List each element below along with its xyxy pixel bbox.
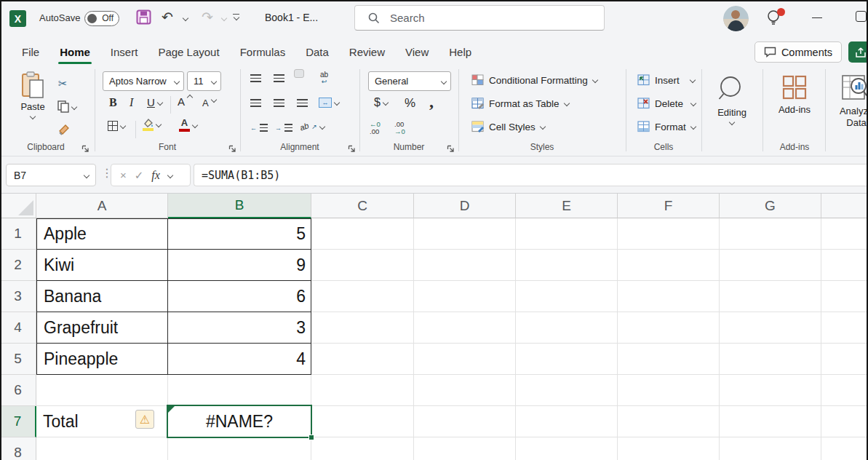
cell-H4[interactable] — [821, 312, 868, 344]
format-painter-button[interactable] — [58, 124, 71, 136]
conditional-formatting-button[interactable]: Conditional Formatting — [471, 74, 597, 86]
dialog-launcher-alignment[interactable] — [348, 143, 356, 151]
dialog-launcher-font[interactable] — [228, 143, 236, 151]
dialog-launcher-number[interactable] — [447, 143, 455, 151]
col-header-B[interactable]: B — [168, 194, 311, 218]
cell-G2[interactable] — [720, 250, 821, 281]
row-header-1[interactable]: 1 — [0, 218, 36, 250]
cell-A6[interactable] — [36, 375, 168, 406]
cell-C7[interactable] — [311, 406, 414, 437]
align-top-button[interactable] — [250, 74, 261, 82]
name-box[interactable]: B7 — [6, 164, 96, 186]
tab-view[interactable]: View — [395, 38, 439, 66]
formula-input[interactable]: =SUMA(B1:B5) — [194, 164, 868, 186]
tab-formulas[interactable]: Formulas — [230, 38, 296, 66]
cell-H8[interactable] — [821, 437, 868, 460]
format-as-table-button[interactable]: Format as Table — [471, 98, 569, 109]
save-button[interactable] — [136, 9, 151, 25]
row-header-2[interactable]: 2 — [0, 250, 36, 281]
col-header-C[interactable]: C — [311, 194, 414, 218]
font-family-select[interactable]: Aptos Narrow — [103, 71, 184, 91]
paste-button[interactable]: Paste — [13, 71, 52, 119]
cell-B5[interactable]: 4 — [168, 344, 311, 375]
copy-button[interactable] — [57, 100, 76, 113]
decrease-font-button[interactable]: A — [202, 98, 216, 108]
chevron-down-icon[interactable] — [334, 100, 340, 106]
maximize-button[interactable] — [856, 11, 867, 22]
chevron-down-icon[interactable] — [71, 103, 77, 109]
cell-F3[interactable] — [618, 281, 720, 312]
autosave-toggle[interactable]: Off — [84, 11, 119, 26]
cell-F7[interactable] — [618, 406, 720, 437]
cell-A2[interactable]: Kiwi — [36, 250, 168, 281]
cell-E8[interactable] — [516, 437, 618, 460]
cell-B6[interactable] — [168, 375, 311, 406]
align-bottom-button[interactable] — [294, 69, 304, 78]
col-header-G[interactable]: G — [720, 194, 821, 218]
redo-dropdown[interactable] — [222, 16, 226, 20]
user-avatar[interactable] — [723, 6, 749, 31]
cell-E5[interactable] — [516, 344, 618, 375]
merge-center-button[interactable]: ↔ — [319, 98, 339, 108]
cell-A5[interactable]: Pineapple — [36, 344, 168, 375]
comma-button[interactable]: , — [429, 92, 434, 111]
cell-C1[interactable] — [311, 218, 414, 250]
cell-D4[interactable] — [414, 312, 516, 344]
cell-F4[interactable] — [618, 312, 720, 344]
chevron-down-icon[interactable] — [167, 172, 173, 178]
row-header-6[interactable]: 6 — [0, 375, 36, 406]
cell-G7[interactable] — [720, 406, 821, 437]
error-trace-button[interactable]: ⚠ — [135, 410, 154, 429]
cell-C6[interactable] — [311, 375, 414, 406]
row-header-4[interactable]: 4 — [0, 312, 36, 344]
cell-G8[interactable] — [720, 437, 821, 460]
align-right-button[interactable] — [297, 99, 308, 107]
chevron-down-icon[interactable] — [120, 123, 126, 129]
cell-C8[interactable] — [311, 437, 414, 460]
cell-D7[interactable] — [414, 406, 516, 437]
increase-indent-button[interactable]: → — [275, 124, 292, 132]
cancel-button[interactable]: × — [120, 169, 127, 181]
cell-E1[interactable] — [516, 218, 618, 250]
increase-decimal-button[interactable]: ←0.00 — [370, 121, 381, 135]
format-cells-button[interactable]: Format — [637, 121, 696, 132]
cut-button[interactable]: ✂ — [58, 77, 68, 90]
cell-A1[interactable]: Apple — [36, 218, 168, 250]
increase-font-button[interactable]: A — [178, 96, 192, 107]
cell-G3[interactable] — [720, 281, 821, 312]
insert-cells-button[interactable]: Insert — [637, 74, 695, 86]
cell-F8[interactable] — [618, 437, 720, 460]
chevron-down-icon[interactable] — [192, 122, 198, 127]
cell-B1[interactable]: 5 — [168, 218, 311, 250]
cell-C3[interactable] — [311, 281, 414, 312]
enter-button[interactable]: ✓ — [135, 169, 144, 182]
cell-C5[interactable] — [311, 344, 414, 375]
cell-B2[interactable]: 9 — [168, 250, 311, 281]
align-left-button[interactable] — [250, 99, 261, 107]
fill-color-button[interactable] — [143, 118, 161, 131]
font-size-select[interactable]: 11 — [187, 71, 221, 91]
comments-button[interactable]: Comments — [754, 41, 842, 63]
chevron-down-icon[interactable] — [157, 99, 163, 105]
cell-H6[interactable] — [821, 375, 868, 406]
col-header-A[interactable]: A — [36, 194, 168, 218]
delete-cells-button[interactable]: Delete — [637, 98, 696, 109]
qat-customize-button[interactable] — [233, 14, 239, 20]
cell-D3[interactable] — [414, 281, 516, 312]
align-middle-button[interactable] — [274, 74, 284, 82]
select-all-button[interactable] — [0, 194, 36, 218]
cell-E2[interactable] — [516, 250, 618, 281]
cell-E7[interactable] — [516, 406, 618, 437]
cell-H5[interactable] — [821, 344, 868, 375]
cell-D5[interactable] — [414, 344, 516, 375]
cell-E6[interactable] — [516, 375, 618, 406]
orientation-button[interactable]: ab↗ — [300, 122, 324, 131]
align-center-button[interactable] — [274, 99, 284, 107]
borders-button[interactable] — [108, 121, 125, 131]
cell-E3[interactable] — [516, 281, 618, 312]
col-header-D[interactable]: D — [414, 194, 516, 218]
decrease-indent-button[interactable]: ← — [250, 124, 268, 132]
percent-button[interactable]: % — [405, 96, 415, 111]
undo-dropdown[interactable] — [183, 16, 188, 20]
row-header-5[interactable]: 5 — [0, 344, 36, 375]
